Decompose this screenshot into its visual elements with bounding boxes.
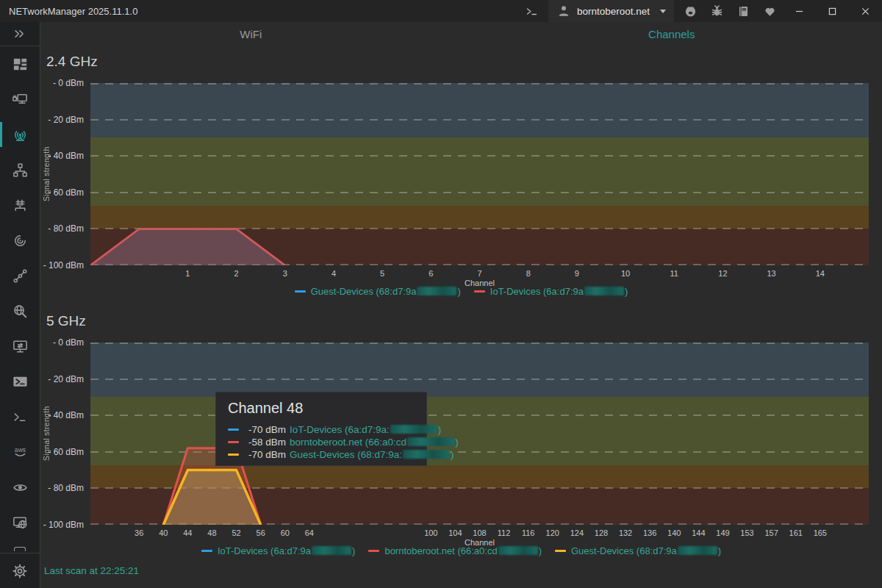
networkmanager-window: NETworkManager 2025.11.1.0 borntoberoot.…	[0, 0, 882, 588]
settings-gear-icon	[11, 562, 29, 580]
minimize-button[interactable]	[783, 0, 816, 22]
legend-text: IoT-Devices (6a:d7:9a	[490, 286, 584, 297]
sidebar-item-web-console[interactable]	[0, 505, 40, 540]
tooltip-row: -70 dBmIoT-Devices (6a:d7:9a:)	[228, 423, 426, 436]
y-tick: - 60 dBm	[48, 447, 84, 457]
tooltip-dash	[228, 429, 239, 431]
sidebar-item-discovery[interactable]	[0, 470, 40, 505]
github-button[interactable]	[677, 0, 703, 22]
documentation-button[interactable]	[730, 0, 756, 22]
external-terminal-button[interactable]	[519, 0, 545, 22]
legend-item: IoT-Devices (6a:d7:9a)	[201, 545, 356, 556]
clipped-nav-icon	[14, 547, 26, 551]
x-tick: 100	[424, 528, 437, 537]
redacted-mac	[678, 546, 717, 555]
sidebar-item-powershell[interactable]	[0, 364, 40, 399]
redacted-mac	[403, 450, 450, 459]
chart-title: 2.4 GHz	[46, 54, 98, 70]
x-tick: 48	[207, 528, 216, 537]
sidebar-item-traceroute[interactable]	[0, 258, 40, 293]
tab-wifi[interactable]: WiFi	[40, 22, 462, 46]
tooltip-row: -58 dBmborntoberoot.net (66:a0:cd)	[228, 436, 426, 448]
remote-desktop-icon	[12, 338, 29, 355]
sponsor-button[interactable]	[756, 0, 783, 22]
y-tick: - 80 dBm	[48, 483, 84, 493]
web-console-icon	[12, 514, 29, 531]
sidebar-item-settings[interactable]	[0, 553, 40, 588]
close-button[interactable]	[849, 0, 882, 22]
chart-legend: IoT-Devices (6a:d7:9a)borntoberoot.net (…	[40, 545, 882, 556]
legend-text: borntoberoot.net (66:a0:cd	[384, 545, 497, 556]
tooltip-dash	[228, 441, 239, 443]
profile-name: borntoberoot.net	[577, 6, 650, 17]
sidebar-item-port-scanner[interactable]	[0, 223, 40, 258]
tooltip-name-close: )	[438, 424, 442, 435]
x-tick: 161	[789, 528, 803, 537]
tooltip-name-close: )	[455, 437, 459, 448]
x-tick: 12	[718, 269, 727, 278]
x-tick: 64	[305, 528, 314, 537]
redacted-mac	[498, 546, 538, 555]
tooltip-row: -70 dBmGuest-Devices (68:d7:9a:)	[228, 448, 426, 461]
x-tick: 4	[331, 269, 336, 278]
tooltip-name-text: Guest-Devices (68:d7:9a:	[290, 449, 402, 460]
x-tick: 13	[767, 269, 776, 278]
y-tick: - 20 dBm	[48, 374, 84, 384]
plot-area[interactable]	[90, 83, 869, 265]
legend-text: Guest-Devices (68:d7:9a	[311, 286, 417, 297]
sidebar-item-aws-ssm[interactable]: aws	[0, 434, 40, 470]
series-layer	[90, 343, 869, 525]
close-icon	[861, 7, 870, 15]
port-scanner-swirl-icon	[12, 232, 29, 249]
legend-text-close: )	[718, 545, 721, 556]
x-tick: 136	[643, 528, 656, 537]
sidebar-item-wifi[interactable]	[0, 117, 40, 152]
x-tick: 116	[522, 528, 535, 537]
tooltip-value: -70 dBm	[248, 424, 290, 435]
sidebar-item-dashboard[interactable]	[0, 46, 40, 82]
y-tick: - 0 dBm	[53, 337, 84, 348]
y-tick: - 60 dBm	[48, 187, 84, 198]
x-tick: 153	[740, 528, 753, 537]
redacted-mac	[312, 546, 351, 555]
x-tick: 9	[575, 269, 579, 278]
sidebar-item-topology[interactable]	[0, 152, 40, 187]
powershell-icon	[12, 373, 29, 390]
sidebar: aws	[0, 22, 40, 588]
profile-selector[interactable]: borntoberoot.net	[548, 0, 674, 22]
maximize-button[interactable]	[816, 0, 849, 22]
y-tick: - 0 dBm	[53, 78, 84, 88]
sidebar-item-subnet-calculator[interactable]	[0, 187, 40, 223]
sidebar-expander[interactable]	[0, 22, 40, 46]
eye-icon	[12, 479, 29, 496]
bug-icon	[710, 4, 724, 18]
tooltip-name-close: )	[451, 449, 454, 460]
legend-label: IoT-Devices (6a:d7:9a)	[490, 286, 628, 297]
sidebar-item-remote-desktop[interactable]	[0, 329, 40, 364]
chevron-down-icon	[660, 10, 666, 13]
title-bar: NETworkManager 2025.11.1.0 borntoberoot.…	[0, 0, 882, 22]
sidebar-item-network-interface[interactable]	[0, 82, 40, 117]
sidebar-item-terminal[interactable]	[0, 399, 40, 434]
x-tick: 10	[621, 269, 630, 278]
topology-icon	[12, 162, 29, 179]
legend-dash	[555, 550, 566, 552]
traceroute-nodes-icon	[12, 268, 29, 284]
network-interface-icon	[12, 91, 29, 108]
sidebar-item-dns-lookup[interactable]	[0, 293, 40, 329]
tab-channels[interactable]: Channels	[462, 22, 882, 46]
x-axis-ticks: 3640444852566064100104108112116120124128…	[40, 528, 882, 539]
x-tick: 140	[667, 528, 681, 537]
chart-title: 5 GHz	[46, 313, 86, 329]
bug-report-button[interactable]	[703, 0, 730, 22]
heart-icon	[763, 4, 777, 18]
maximize-icon	[828, 7, 836, 15]
x-tick: 5	[380, 269, 384, 278]
plot-area[interactable]	[90, 343, 869, 525]
legend-dash	[201, 550, 212, 552]
legend-text-close: )	[352, 545, 355, 556]
terminal-prompt-icon	[12, 409, 29, 426]
x-tick: 1	[185, 269, 190, 278]
tooltip-value: -70 dBm	[248, 449, 290, 460]
x-tick: 124	[570, 528, 584, 537]
